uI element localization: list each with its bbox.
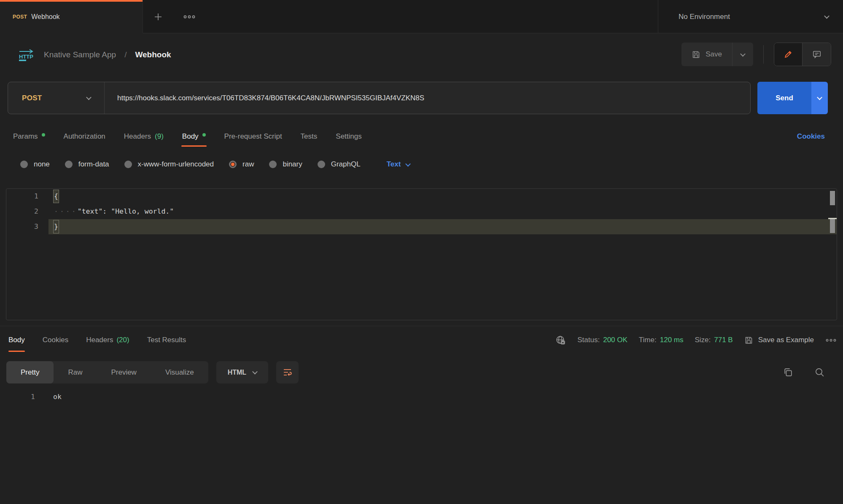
response-body-viewer[interactable]: 1 ok: [0, 388, 843, 406]
radio-icon[interactable]: [269, 161, 277, 168]
comment-button[interactable]: [803, 43, 831, 66]
copy-button[interactable]: [783, 367, 793, 378]
response-tab-cookies[interactable]: Cookies: [43, 328, 68, 352]
tab-options-button[interactable]: [179, 0, 200, 33]
floppy-disk-icon: [744, 336, 753, 345]
response-tab-test-results[interactable]: Test Results: [147, 328, 186, 352]
http-badge-icon: HTTP: [18, 48, 35, 61]
send-options-button[interactable]: [811, 82, 828, 114]
text-wrap-icon: [283, 368, 293, 377]
save-as-example-label: Save as Example: [758, 336, 814, 344]
green-dot-icon: [202, 133, 206, 137]
search-icon: [814, 367, 825, 378]
mode-raw-label: raw: [242, 160, 254, 169]
tab-title: Webhook: [31, 13, 59, 21]
environment-selector[interactable]: No Environment: [658, 0, 843, 33]
tab-prerequest-script[interactable]: Pre-request Script: [224, 126, 282, 147]
mode-binary[interactable]: binary: [269, 160, 302, 169]
view-pretty-button[interactable]: Pretty: [6, 361, 54, 383]
save-options-button[interactable]: [732, 43, 753, 66]
response-tab-body-label: Body: [8, 336, 25, 344]
line-number: 3: [6, 219, 48, 234]
url-input[interactable]: [105, 94, 750, 102]
edit-comment-group: [774, 43, 831, 66]
tab-tests[interactable]: Tests: [301, 126, 318, 147]
response-meta: Status: 200 OK Time: 120 ms Size: 771 B …: [555, 328, 837, 352]
tab-body-label: Body: [182, 132, 199, 141]
tab-params-label: Params: [13, 132, 38, 141]
tab-headers-label: Headers: [124, 132, 151, 141]
mode-form-data[interactable]: form-data: [65, 160, 109, 169]
view-mode-segmented-control: Pretty Raw Preview Visualize: [6, 361, 208, 383]
edit-request-button[interactable]: [774, 43, 803, 66]
wrap-text-button[interactable]: [276, 361, 299, 383]
overview-ruler-mark: [830, 219, 835, 233]
radio-icon[interactable]: [20, 161, 28, 168]
response-tab-body[interactable]: Body: [8, 328, 25, 352]
tab-headers-count: (9): [155, 132, 164, 141]
radio-selected-icon[interactable]: [229, 161, 237, 168]
save-button[interactable]: Save: [681, 43, 732, 66]
format-selector[interactable]: HTML: [216, 361, 268, 383]
breadcrumb-separator: /: [124, 50, 127, 59]
globe-lock-icon[interactable]: [555, 335, 566, 346]
editor-line-active[interactable]: 3 }: [6, 219, 837, 234]
mode-none[interactable]: none: [20, 160, 50, 169]
response-options-button[interactable]: [825, 338, 837, 342]
mode-none-label: none: [34, 160, 50, 169]
status-field: Status: 200 OK: [577, 336, 628, 344]
search-button[interactable]: [814, 367, 825, 378]
whitespace-dots: ····: [54, 207, 78, 215]
tab-tests-label: Tests: [301, 132, 318, 141]
size-field: Size: 771 B: [695, 336, 733, 344]
mode-graphql[interactable]: GraphQL: [318, 160, 361, 169]
request-body-editor[interactable]: 1 { 2 ····"text": "Hello, world." 3 }: [6, 188, 837, 320]
scrollbar-thumb[interactable]: [830, 191, 835, 205]
mode-urlencoded[interactable]: x-www-form-urlencoded: [124, 160, 214, 169]
code-text: {: [48, 189, 837, 204]
breadcrumb-request-name[interactable]: Webhook: [135, 50, 171, 59]
request-tab-webhook[interactable]: POST Webhook: [0, 0, 143, 33]
editor-line[interactable]: 1 {: [6, 189, 837, 204]
language-selector[interactable]: Text: [387, 160, 410, 169]
radio-icon[interactable]: [318, 161, 325, 168]
tab-authorization[interactable]: Authorization: [64, 126, 105, 147]
postman-window: POST Webhook No Environment HTTP: [0, 0, 843, 504]
radio-icon[interactable]: [65, 161, 73, 168]
plus-icon: [153, 12, 163, 22]
send-button[interactable]: Send: [757, 82, 811, 114]
send-split-button: Send: [757, 82, 828, 114]
radio-icon[interactable]: [124, 161, 132, 168]
tab-body[interactable]: Body: [182, 126, 206, 147]
response-tab-headers[interactable]: Headers (20): [86, 328, 129, 352]
method-value: POST: [22, 94, 42, 102]
new-tab-button[interactable]: [148, 0, 168, 33]
view-visualize-button[interactable]: Visualize: [151, 361, 208, 383]
chevron-down-icon: [86, 95, 92, 100]
view-raw-button[interactable]: Raw: [54, 361, 97, 383]
line-number: 1: [0, 388, 35, 406]
method-selector[interactable]: POST: [8, 82, 105, 114]
editor-scrollbar[interactable]: [828, 189, 837, 320]
code-text: }: [48, 219, 837, 234]
time-label: Time:: [639, 336, 657, 344]
tab-settings-label: Settings: [336, 132, 361, 141]
bracket-match: {: [53, 190, 59, 203]
pencil-icon: [784, 50, 793, 59]
header-actions: Save: [681, 42, 831, 67]
time-value: 120 ms: [660, 336, 684, 344]
tab-headers[interactable]: Headers (9): [124, 126, 164, 147]
mode-raw[interactable]: raw: [229, 160, 254, 169]
tab-params[interactable]: Params: [13, 126, 45, 147]
chevron-down-icon: [252, 369, 258, 375]
view-preview-button[interactable]: Preview: [97, 361, 151, 383]
cookies-link[interactable]: Cookies: [797, 126, 825, 147]
save-as-example-button[interactable]: Save as Example: [744, 336, 814, 345]
floppy-disk-icon: [692, 50, 700, 59]
ellipsis-icon: [183, 15, 196, 19]
editor-line[interactable]: 2 ····"text": "Hello, world.": [6, 204, 837, 219]
pane-divider[interactable]: [0, 326, 843, 326]
breadcrumb-collection[interactable]: Knative Sample App: [44, 50, 116, 59]
tab-settings[interactable]: Settings: [336, 126, 361, 147]
mode-form-data-label: form-data: [78, 160, 109, 169]
